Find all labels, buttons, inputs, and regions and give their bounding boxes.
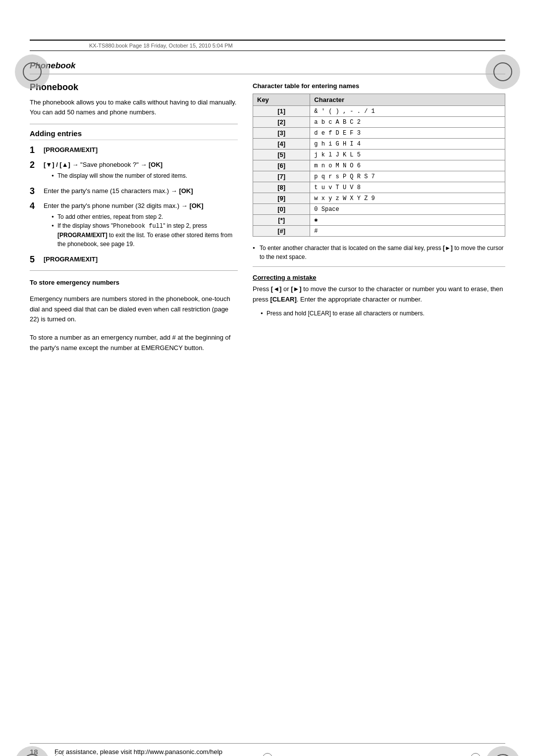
corner-mark-top-left [23, 62, 42, 81]
header-strip: KX-TS880.book Page 18 Friday, October 15… [30, 40, 505, 51]
emergency-para1: Emergency numbers are numbers stored in … [30, 294, 238, 325]
char-table-row: [8]t u v T U V 8 [253, 182, 505, 193]
char-table-chars: w x y z W X Y Z 9 [310, 193, 505, 204]
char-table-chars: 0 Space [310, 204, 505, 215]
step-2-number: 2 [30, 160, 40, 171]
step-2: 2 [▼] / [▲] → "Save phonebook ?" → [OK] … [30, 160, 238, 183]
char-table-key: [1] [253, 106, 310, 117]
char-table: Key Character [1]& ' ( ) , - . / 1[2]a b… [253, 94, 505, 237]
char-table-key: [0] [253, 204, 310, 215]
step-1-content: [PROGRAM/EXIT] [44, 145, 238, 155]
emergency-section: To store emergency numbers Emergency num… [30, 279, 238, 353]
char-table-key: [#] [253, 226, 310, 237]
char-table-chars: d e f D E F 3 [310, 128, 505, 139]
step-4-content: Enter the party's phone number (32 digit… [44, 201, 238, 251]
step-3: 3 Enter the party's name (15 characters … [30, 186, 238, 197]
header-text: KX-TS880.book Page 18 Friday, October 15… [89, 43, 233, 49]
char-table-chars: # [310, 226, 505, 237]
char-table-key: [3] [253, 128, 310, 139]
char-table-key: [2] [253, 117, 310, 128]
char-table-chars: t u v T U V 8 [310, 182, 505, 193]
char-table-chars: ✱ [310, 215, 505, 226]
page: KX-TS880.book Page 18 Friday, October 15… [0, 40, 535, 756]
char-table-row: [9]w x y z W X Y Z 9 [253, 193, 505, 204]
step-3-content: Enter the party's name (15 characters ma… [44, 186, 238, 196]
char-table-key: [*] [253, 215, 310, 226]
char-table-chars: j k l J K L 5 [310, 150, 505, 160]
step-4-number: 4 [30, 201, 40, 212]
char-table-row: [1]& ' ( ) , - . / 1 [253, 106, 505, 117]
correcting-bullets: Press and hold [CLEAR] to erase all char… [261, 309, 505, 318]
char-table-key: [5] [253, 150, 310, 160]
emergency-para2: To store a number as an emergency number… [30, 333, 238, 353]
step-4-bullet-1: To add other entries, repeat from step 2… [52, 212, 238, 221]
char-table-key: [6] [253, 160, 310, 171]
step-4: 4 Enter the party's phone number (32 dig… [30, 201, 238, 251]
two-col-layout: Phonebook The phonebook allows you to ma… [30, 82, 505, 357]
step-2-content: [▼] / [▲] → "Save phonebook ?" → [OK] Th… [44, 160, 238, 183]
step-5-text: [PROGRAM/EXIT] [44, 255, 98, 263]
step-5-content: [PROGRAM/EXIT] [44, 254, 238, 264]
corner-mark-top-right [493, 62, 512, 81]
step-5-number: 5 [30, 254, 40, 265]
step-1-number: 1 [30, 145, 40, 156]
char-table-row: [6]m n o M N O 6 [253, 160, 505, 171]
correcting-heading: Correcting a mistake [253, 274, 505, 281]
char-table-row: [0]0 Space [253, 204, 505, 215]
char-table-body: [1]& ' ( ) , - . / 1[2]a b c A B C 2[3]d… [253, 106, 505, 237]
char-table-row: [3]d e f D E F 3 [253, 128, 505, 139]
char-table-row: [7]p q r s P Q R S 7 [253, 171, 505, 182]
footer-text: For assistance, please visit http://www.… [54, 748, 222, 756]
step-3-number: 3 [30, 186, 40, 197]
correcting-bullet-1: Press and hold [CLEAR] to erase all char… [261, 309, 505, 318]
char-table-key: [8] [253, 182, 310, 193]
char-table-chars: a b c A B C 2 [310, 117, 505, 128]
col-left: Phonebook The phonebook allows you to ma… [30, 82, 238, 357]
divider-correcting [253, 266, 505, 267]
char-table-header: Key Character [253, 94, 505, 106]
chapter-title: Phonebook [30, 61, 505, 74]
char-table-key: [7] [253, 171, 310, 182]
char-table-chars: m n o M N O 6 [310, 160, 505, 171]
step-1-text: [PROGRAM/EXIT] [44, 146, 98, 153]
char-table-chars: g h i G H I 4 [310, 139, 505, 150]
char-table-heading: Character table for entering names [253, 82, 505, 90]
char-table-row: [2]a b c A B C 2 [253, 117, 505, 128]
section-heading: Phonebook [30, 82, 238, 93]
col-char-header: Character [310, 94, 505, 106]
col-right: Character table for entering names Key C… [253, 82, 505, 320]
note-enter-another: To enter another character that is locat… [253, 244, 505, 261]
step-4-bullet-2: If the display shows "Phonebook full" in… [52, 221, 238, 249]
char-table-chars: p q r s P Q R S 7 [310, 171, 505, 182]
step-2-bullet-1: The display will show the number of stor… [52, 171, 238, 180]
adding-entries-heading: Adding entries [30, 129, 238, 140]
step-5: 5 [PROGRAM/EXIT] [30, 254, 238, 265]
char-table-key: [4] [253, 139, 310, 150]
step-1: 1 [PROGRAM/EXIT] [30, 145, 238, 156]
correcting-text: Press [◄] or [►] to move the cursor to t… [253, 284, 505, 305]
main-content: Phonebook Phonebook The phonebook allows… [30, 61, 505, 357]
char-table-row: [4]g h i G H I 4 [253, 139, 505, 150]
char-table-chars: & ' ( ) , - . / 1 [310, 106, 505, 117]
step-2-text: [▼] / [▲] → "Save phonebook ?" → [OK] [44, 161, 162, 168]
step-2-bullets: The display will show the number of stor… [52, 171, 238, 180]
char-table-row: [5]j k l J K L 5 [253, 150, 505, 160]
intro-text: The phonebook allows you to make calls w… [30, 98, 238, 117]
divider-adding [30, 124, 238, 124]
emergency-label: To store emergency numbers [30, 279, 238, 286]
char-table-row: [*]✱ [253, 215, 505, 226]
col-key-header: Key [253, 94, 310, 106]
step-4-bullets: To add other entries, repeat from step 2… [52, 212, 238, 249]
divider-emergency [30, 270, 238, 271]
char-table-key: [9] [253, 193, 310, 204]
char-table-row: [#]# [253, 226, 505, 237]
